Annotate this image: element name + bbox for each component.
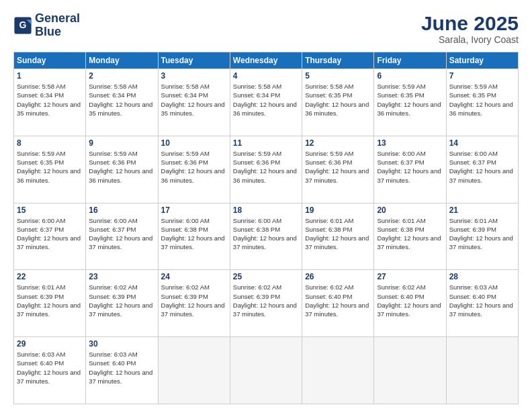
- calendar-cell: 28 Sunrise: 6:03 AMSunset: 6:40 PMDaylig…: [446, 270, 518, 337]
- calendar-cell: 25 Sunrise: 6:02 AMSunset: 6:39 PMDaylig…: [230, 270, 302, 337]
- calendar-header-row: SundayMondayTuesdayWednesdayThursdayFrid…: [14, 52, 519, 69]
- day-info: Sunrise: 5:58 AMSunset: 6:34 PMDaylight:…: [233, 82, 299, 118]
- weekday-header: Friday: [374, 52, 446, 69]
- day-info: Sunrise: 6:02 AMSunset: 6:39 PMDaylight:…: [161, 283, 227, 318]
- calendar-cell: [374, 337, 446, 404]
- day-info: Sunrise: 5:59 AMSunset: 6:35 PMDaylight:…: [449, 82, 515, 118]
- day-info: Sunrise: 5:59 AMSunset: 6:35 PMDaylight:…: [377, 82, 443, 118]
- day-info: Sunrise: 6:02 AMSunset: 6:39 PMDaylight:…: [233, 283, 299, 318]
- calendar-cell: 3 Sunrise: 5:58 AMSunset: 6:34 PMDayligh…: [158, 69, 230, 136]
- calendar-cell: 20 Sunrise: 6:01 AMSunset: 6:38 PMDaylig…: [374, 203, 446, 270]
- calendar-cell: 14 Sunrise: 6:00 AMSunset: 6:37 PMDaylig…: [446, 136, 518, 203]
- svg-text:G: G: [19, 19, 27, 30]
- calendar-cell: 24 Sunrise: 6:02 AMSunset: 6:39 PMDaylig…: [158, 270, 230, 337]
- day-info: Sunrise: 6:03 AMSunset: 6:40 PMDaylight:…: [449, 283, 515, 318]
- weekday-header: Thursday: [302, 52, 374, 69]
- calendar-cell: 26 Sunrise: 6:02 AMSunset: 6:40 PMDaylig…: [302, 270, 374, 337]
- day-number: 29: [17, 339, 83, 349]
- logo-line2: Blue: [35, 26, 80, 39]
- calendar-cell: 2 Sunrise: 5:58 AMSunset: 6:34 PMDayligh…: [86, 69, 158, 136]
- calendar-cell: 4 Sunrise: 5:58 AMSunset: 6:34 PMDayligh…: [230, 69, 302, 136]
- calendar-cell: 15 Sunrise: 6:00 AMSunset: 6:37 PMDaylig…: [14, 203, 86, 270]
- calendar-cell: 23 Sunrise: 6:02 AMSunset: 6:39 PMDaylig…: [86, 270, 158, 337]
- day-number: 12: [305, 138, 371, 148]
- weekday-header: Saturday: [446, 52, 518, 69]
- calendar-cell: 8 Sunrise: 5:59 AMSunset: 6:35 PMDayligh…: [14, 136, 86, 203]
- day-info: Sunrise: 6:01 AMSunset: 6:39 PMDaylight:…: [449, 216, 515, 252]
- calendar-cell: 9 Sunrise: 5:59 AMSunset: 6:36 PMDayligh…: [86, 136, 158, 203]
- day-number: 22: [17, 272, 83, 281]
- day-number: 15: [17, 205, 83, 215]
- calendar-cell: 22 Sunrise: 6:01 AMSunset: 6:39 PMDaylig…: [14, 270, 86, 337]
- calendar-cell: 29 Sunrise: 6:03 AMSunset: 6:40 PMDaylig…: [14, 337, 86, 404]
- calendar-subtitle: Sarala, Ivory Coast: [421, 34, 519, 45]
- day-number: 24: [161, 272, 227, 281]
- logo: G General Blue: [13, 12, 80, 39]
- calendar-cell: [158, 337, 230, 404]
- calendar-cell: 12 Sunrise: 5:59 AMSunset: 6:36 PMDaylig…: [302, 136, 374, 203]
- day-info: Sunrise: 5:59 AMSunset: 6:35 PMDaylight:…: [17, 149, 83, 185]
- day-info: Sunrise: 6:01 AMSunset: 6:38 PMDaylight:…: [305, 216, 371, 252]
- calendar-cell: 18 Sunrise: 6:00 AMSunset: 6:38 PMDaylig…: [230, 203, 302, 270]
- day-info: Sunrise: 6:00 AMSunset: 6:38 PMDaylight:…: [233, 216, 299, 252]
- page: G General Blue June 2025 Sarala, Ivory C…: [0, 0, 532, 411]
- day-info: Sunrise: 5:58 AMSunset: 6:34 PMDaylight:…: [17, 82, 83, 118]
- day-info: Sunrise: 6:01 AMSunset: 6:38 PMDaylight:…: [377, 216, 443, 252]
- day-info: Sunrise: 5:59 AMSunset: 6:36 PMDaylight:…: [89, 149, 154, 185]
- calendar-cell: 13 Sunrise: 6:00 AMSunset: 6:37 PMDaylig…: [374, 136, 446, 203]
- calendar-cell: 21 Sunrise: 6:01 AMSunset: 6:39 PMDaylig…: [446, 203, 518, 270]
- day-info: Sunrise: 5:59 AMSunset: 6:36 PMDaylight:…: [161, 149, 227, 185]
- calendar-cell: [302, 337, 374, 404]
- calendar-table: SundayMondayTuesdayWednesdayThursdayFrid…: [13, 52, 519, 404]
- day-number: 5: [305, 71, 371, 81]
- day-number: 16: [89, 205, 154, 215]
- day-number: 4: [233, 71, 299, 81]
- day-number: 14: [449, 138, 515, 148]
- day-number: 6: [377, 71, 443, 81]
- day-info: Sunrise: 6:00 AMSunset: 6:37 PMDaylight:…: [17, 216, 83, 252]
- calendar-cell: 30 Sunrise: 6:03 AMSunset: 6:40 PMDaylig…: [86, 337, 158, 404]
- day-number: 1: [17, 71, 83, 81]
- calendar-cell: 27 Sunrise: 6:02 AMSunset: 6:40 PMDaylig…: [374, 270, 446, 337]
- day-number: 11: [233, 138, 299, 148]
- day-number: 7: [449, 71, 515, 81]
- day-info: Sunrise: 6:00 AMSunset: 6:37 PMDaylight:…: [377, 149, 443, 185]
- logo-icon: G: [13, 16, 32, 35]
- day-info: Sunrise: 6:00 AMSunset: 6:37 PMDaylight:…: [449, 149, 515, 185]
- day-info: Sunrise: 6:02 AMSunset: 6:40 PMDaylight:…: [377, 283, 443, 318]
- calendar-cell: 1 Sunrise: 5:58 AMSunset: 6:34 PMDayligh…: [14, 69, 86, 136]
- calendar-cell: 11 Sunrise: 5:59 AMSunset: 6:36 PMDaylig…: [230, 136, 302, 203]
- calendar-week-row: 1 Sunrise: 5:58 AMSunset: 6:34 PMDayligh…: [14, 69, 519, 136]
- day-info: Sunrise: 6:02 AMSunset: 6:39 PMDaylight:…: [89, 283, 154, 318]
- calendar-cell: 5 Sunrise: 5:58 AMSunset: 6:35 PMDayligh…: [302, 69, 374, 136]
- day-info: Sunrise: 6:03 AMSunset: 6:40 PMDaylight:…: [17, 350, 83, 385]
- day-info: Sunrise: 5:58 AMSunset: 6:35 PMDaylight:…: [305, 82, 371, 118]
- weekday-header: Tuesday: [158, 52, 230, 69]
- day-info: Sunrise: 6:00 AMSunset: 6:37 PMDaylight:…: [89, 216, 154, 252]
- day-info: Sunrise: 6:01 AMSunset: 6:39 PMDaylight:…: [17, 283, 83, 318]
- calendar-week-row: 22 Sunrise: 6:01 AMSunset: 6:39 PMDaylig…: [14, 270, 519, 337]
- day-info: Sunrise: 5:59 AMSunset: 6:36 PMDaylight:…: [305, 149, 371, 185]
- header: G General Blue June 2025 Sarala, Ivory C…: [13, 12, 519, 45]
- day-number: 18: [233, 205, 299, 215]
- calendar-cell: 7 Sunrise: 5:59 AMSunset: 6:35 PMDayligh…: [446, 69, 518, 136]
- day-number: 9: [89, 138, 154, 148]
- calendar-cell: 6 Sunrise: 5:59 AMSunset: 6:35 PMDayligh…: [374, 69, 446, 136]
- calendar-cell: 17 Sunrise: 6:00 AMSunset: 6:38 PMDaylig…: [158, 203, 230, 270]
- calendar-cell: 19 Sunrise: 6:01 AMSunset: 6:38 PMDaylig…: [302, 203, 374, 270]
- day-number: 8: [17, 138, 83, 148]
- day-number: 30: [89, 339, 154, 349]
- day-number: 2: [89, 71, 154, 81]
- calendar-cell: [230, 337, 302, 404]
- day-info: Sunrise: 5:58 AMSunset: 6:34 PMDaylight:…: [89, 82, 154, 118]
- day-number: 20: [377, 205, 443, 215]
- day-number: 17: [161, 205, 227, 215]
- logo-text: General Blue: [35, 12, 80, 39]
- weekday-header: Sunday: [14, 52, 86, 69]
- title-block: June 2025 Sarala, Ivory Coast: [421, 12, 519, 45]
- calendar-cell: [446, 337, 518, 404]
- day-number: 23: [89, 272, 154, 281]
- day-number: 27: [377, 272, 443, 281]
- day-number: 10: [161, 138, 227, 148]
- day-info: Sunrise: 5:58 AMSunset: 6:34 PMDaylight:…: [161, 82, 227, 118]
